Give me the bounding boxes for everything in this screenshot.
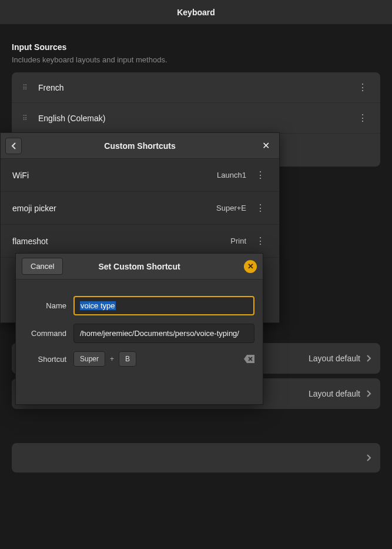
form-row-command: Command /home/jeremiec/Documents/perso/v…	[24, 324, 254, 343]
name-input[interactable]: voice type	[73, 296, 254, 315]
kebab-menu-icon[interactable]: ⋮	[356, 112, 370, 124]
set-custom-shortcut-dialog: Cancel Set Custom Shortcut ✕ Name voice …	[15, 253, 263, 405]
command-label: Command	[24, 329, 73, 338]
close-icon: ✕	[247, 262, 254, 271]
kebab-menu-icon[interactable]: ⋮	[253, 169, 267, 181]
dialog-body: Name voice type Command /home/jeremiec/D…	[16, 280, 263, 404]
clear-shortcut-button[interactable]	[244, 355, 254, 363]
layout-value: Layout default	[309, 389, 360, 398]
shortcut-name-label: emoji picker	[12, 204, 216, 213]
shortcut-accelerator: Launch1	[217, 171, 246, 179]
shortcut-row[interactable]: emoji picker Super+E ⋮	[1, 192, 279, 225]
kebab-menu-icon[interactable]: ⋮	[253, 202, 267, 214]
back-button[interactable]	[5, 138, 22, 154]
window-header: Keyboard	[0, 0, 392, 25]
kebab-menu-icon[interactable]: ⋮	[253, 235, 267, 247]
dialog-title: Set Custom Shortcut	[98, 262, 180, 271]
window-title: Keyboard	[177, 8, 215, 17]
name-input-value: voice type	[80, 301, 116, 310]
panel-header: Custom Shortcuts ✕	[1, 133, 279, 159]
backspace-icon	[244, 355, 254, 363]
dialog-header: Cancel Set Custom Shortcut ✕	[16, 254, 263, 280]
layout-value: Layout default	[309, 354, 360, 363]
close-button[interactable]: ✕	[257, 138, 274, 154]
input-sources-title: Input Sources	[12, 42, 380, 52]
shortcut-row[interactable]: WiFi Launch1 ⋮	[1, 159, 279, 192]
keycap: Super	[73, 351, 105, 367]
form-row-shortcut: Shortcut Super + B	[24, 351, 254, 367]
command-input-value: /home/jeremiec/Documents/perso/voice-typ…	[80, 329, 239, 338]
close-icon: ✕	[262, 141, 270, 151]
cancel-button[interactable]: Cancel	[22, 258, 63, 275]
layout-option-row[interactable]	[12, 443, 380, 473]
keycap: B	[119, 351, 136, 367]
chevron-right-icon	[366, 390, 372, 398]
shortcut-label: Shortcut	[24, 355, 73, 364]
shortcut-accelerator: Print	[230, 237, 246, 245]
shortcut-key-display[interactable]: Super + B	[73, 351, 254, 367]
input-source-label: English (Colemak)	[38, 114, 356, 123]
command-input[interactable]: /home/jeremiec/Documents/perso/voice-typ…	[73, 324, 254, 343]
plus-separator: +	[110, 355, 114, 363]
shortcut-accelerator: Super+E	[216, 204, 246, 212]
kebab-menu-icon[interactable]: ⋮	[356, 82, 370, 93]
chevron-right-icon	[366, 354, 372, 362]
close-button[interactable]: ✕	[244, 260, 257, 273]
chevron-left-icon	[11, 142, 16, 150]
form-row-name: Name voice type	[24, 296, 254, 315]
drag-handle-icon[interactable]: ⠿	[22, 114, 26, 122]
input-source-row[interactable]: ⠿ French ⋮	[12, 72, 380, 103]
shortcut-name-label: flameshot	[12, 237, 230, 246]
chevron-right-icon	[366, 454, 372, 462]
name-label: Name	[24, 301, 73, 310]
panel-title: Custom Shortcuts	[104, 141, 175, 151]
input-source-row[interactable]: ⠿ English (Colemak) ⋮	[12, 103, 380, 134]
input-source-label: French	[38, 83, 356, 92]
drag-handle-icon[interactable]: ⠿	[22, 84, 26, 92]
input-sources-subtitle: Includes keyboard layouts and input meth…	[12, 55, 380, 64]
shortcut-name-label: WiFi	[12, 171, 217, 180]
